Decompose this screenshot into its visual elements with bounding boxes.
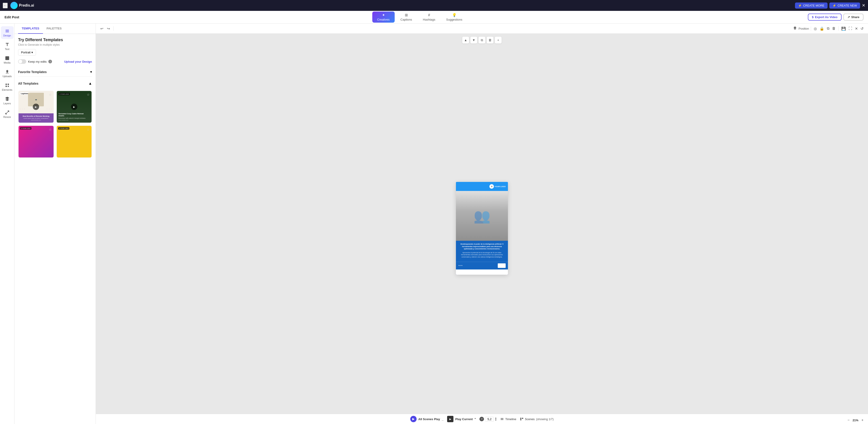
scene-delete-button[interactable]: 🗑 bbox=[487, 36, 494, 44]
lightning-icon: ⚡ bbox=[798, 4, 802, 7]
play-current-icon: ▶ bbox=[447, 416, 454, 422]
sidebar-item-resize[interactable]: Resize bbox=[1, 108, 13, 120]
tab-creatives[interactable]: ✦ Creatives bbox=[372, 11, 395, 23]
tab-captions[interactable]: ⊞ Captions bbox=[396, 11, 417, 23]
favorite-chevron-down-icon: ▾ bbox=[90, 70, 92, 74]
rotate-button[interactable]: ↺ bbox=[860, 26, 864, 32]
sidebar-resize-label: Resize bbox=[3, 116, 11, 118]
panel-tab-palettes[interactable]: PALETTES bbox=[43, 24, 65, 34]
sub-header: Edit Post ✦ Creatives ⊞ Captions # Hasht… bbox=[0, 11, 868, 24]
tab-hashtags[interactable]: # Hashtags bbox=[418, 11, 440, 23]
position-label: Position bbox=[799, 27, 809, 30]
sidebar-item-media[interactable]: Media bbox=[1, 53, 13, 66]
close-top-button[interactable]: ✕ bbox=[862, 2, 865, 8]
zoom-value: 21% bbox=[851, 419, 860, 422]
play-all-label: All Scenes Play bbox=[418, 418, 440, 421]
upload-design-link[interactable]: Upload your Design bbox=[64, 60, 92, 63]
opacity-button[interactable]: ◎ bbox=[813, 26, 818, 32]
scene-up-button[interactable]: ▲ bbox=[462, 36, 469, 44]
scene-top-controls: ▲ ▼ ⧉ 🗑 + bbox=[462, 36, 502, 44]
play-current-label: Play Current bbox=[455, 418, 473, 421]
tc3-logo-badge: ⊙ YOUR LOGO bbox=[20, 127, 31, 130]
favorite-star-1[interactable]: ☆ bbox=[49, 93, 52, 96]
sidebar-elements-label: Elements bbox=[2, 88, 12, 91]
save-button[interactable]: 💾 bbox=[840, 26, 847, 32]
design-card-header: ⊙ YOUR LOGO bbox=[456, 182, 508, 191]
favorite-star-2[interactable]: ☆ bbox=[87, 93, 90, 96]
template-card-3[interactable]: ⊙ YOUR LOGO ☆ bbox=[18, 125, 54, 158]
panel-tab-templates[interactable]: TEMPLATES bbox=[18, 24, 43, 34]
sidebar-icons: Design Text Media Uploads Elements Layer… bbox=[0, 24, 14, 424]
keep-edits-toggle[interactable] bbox=[18, 59, 26, 64]
all-templates-section-header[interactable]: All Templates ▲ bbox=[18, 79, 92, 88]
scene-down-button[interactable]: ▼ bbox=[470, 36, 477, 44]
zoom-out-button[interactable]: − bbox=[847, 418, 849, 422]
timeline-label: Timeline bbox=[505, 418, 516, 421]
design-card-subtext: Aproveche el potencial de la tecnología … bbox=[458, 252, 506, 258]
design-card-headline: Desbloqueando el poder de la inteligenci… bbox=[458, 243, 506, 250]
template-card-1[interactable]: Logobrand 📷 Real Benefits of Remote Work… bbox=[18, 90, 54, 123]
create-new-button[interactable]: ⚡ CREATE NEW bbox=[829, 2, 860, 8]
sidebar-design-label: Design bbox=[3, 34, 11, 37]
scenes-button[interactable]: Scenes (showing 1/7) bbox=[520, 417, 554, 421]
play-all-underscore: _ bbox=[442, 418, 443, 421]
layers-icon-btn[interactable] bbox=[792, 25, 798, 32]
timeline-button[interactable]: Timeline bbox=[500, 417, 516, 421]
play-all-scenes-button[interactable]: ▶ All Scenes Play _ bbox=[410, 416, 443, 422]
favorite-star-3[interactable]: ☆ bbox=[49, 128, 52, 131]
keep-edits-label: Keep my edits bbox=[28, 60, 46, 63]
zoom-in-button[interactable]: + bbox=[862, 418, 864, 422]
scenes-label: Scenes bbox=[525, 418, 535, 421]
fullscreen-button[interactable]: ⛶ bbox=[848, 26, 853, 31]
try-templates-subtitle: Click to Generate in multiple styles bbox=[18, 43, 92, 47]
play-current-button[interactable]: ▶ Play Current " bbox=[447, 416, 476, 422]
tab-suggestions[interactable]: 💡 Suggestions bbox=[441, 11, 467, 23]
handle-bottom-left[interactable] bbox=[456, 274, 456, 275]
sidebar-layers-label: Layers bbox=[3, 102, 11, 105]
favorite-templates-section[interactable]: Favorite Templates ▾ bbox=[18, 67, 92, 77]
close-canvas-button[interactable]: ✕ bbox=[854, 26, 859, 32]
template-card-4[interactable]: ⊙ YOUR LOGO ☆ bbox=[56, 125, 92, 158]
speed-up-button[interactable]: ▲ bbox=[495, 417, 497, 419]
tab-suggestions-label: Suggestions bbox=[446, 18, 463, 21]
speed-input[interactable] bbox=[485, 417, 494, 422]
undo-button[interactable]: ↩ bbox=[99, 26, 104, 32]
handle-bottom-right[interactable] bbox=[507, 274, 508, 275]
sidebar-item-layers[interactable]: Layers bbox=[1, 94, 13, 107]
template-card-2[interactable]: ⊙ YOUR LOGO Secluded Cozy Cabin Retreat … bbox=[56, 90, 92, 123]
tab-creatives-label: Creatives bbox=[377, 18, 390, 21]
lock-button[interactable]: 🔒 bbox=[819, 26, 825, 32]
bottom-bar: ▶ All Scenes Play _ ▶ Play Current " ⏱ ▲… bbox=[96, 414, 868, 424]
panel-content: Try Different Templates Click to Generat… bbox=[14, 34, 96, 424]
export-video-button[interactable]: $ Export As Video bbox=[808, 13, 842, 21]
copy-button[interactable]: ⧉ bbox=[826, 26, 830, 31]
scene-add-button[interactable]: + bbox=[495, 36, 502, 44]
back-button[interactable]: ← bbox=[3, 3, 8, 8]
suggestions-icon: 💡 bbox=[452, 13, 457, 17]
office-photo: 👥 bbox=[456, 191, 508, 241]
speed-control: ⏱ ▲ ▼ bbox=[479, 417, 497, 422]
design-card[interactable]: ⊙ YOUR LOGO 👥 bbox=[456, 182, 508, 275]
scene-duplicate-button[interactable]: ⧉ bbox=[478, 36, 486, 44]
all-templates-chevron-icon: ▲ bbox=[88, 81, 92, 86]
share-button[interactable]: ↗ Share bbox=[843, 13, 864, 21]
canvas-stage[interactable]: ▲ ▼ ⧉ 🗑 + ⊙ YOUR LOGO bbox=[96, 34, 868, 414]
svg-point-1 bbox=[6, 57, 7, 58]
sidebar-item-design[interactable]: Design bbox=[1, 26, 13, 39]
speed-down-button[interactable]: ▼ bbox=[495, 419, 497, 421]
design-card-image: 👥 bbox=[456, 191, 508, 241]
sidebar-media-label: Media bbox=[4, 61, 11, 64]
portrait-dropdown[interactable]: Portrait ▾ bbox=[18, 49, 36, 56]
redo-button[interactable]: ↪ bbox=[106, 26, 111, 32]
sidebar-item-text[interactable]: Text bbox=[1, 40, 13, 53]
delete-button[interactable]: 🗑 bbox=[831, 26, 837, 31]
toolbar-separator-3 bbox=[838, 26, 839, 31]
main-tab-nav: ✦ Creatives ⊞ Captions # Hashtags 💡 Sugg… bbox=[32, 11, 808, 23]
sidebar-item-uploads[interactable]: Uploads bbox=[1, 67, 13, 80]
create-more-button[interactable]: ⚡ CREATE MORE bbox=[795, 2, 828, 8]
share-icon: ↗ bbox=[847, 16, 850, 19]
keep-edits-row: Keep my edits i Upload your Design bbox=[18, 59, 92, 64]
favorite-star-4[interactable]: ☆ bbox=[87, 128, 90, 131]
creatives-icon: ✦ bbox=[382, 13, 385, 17]
sidebar-item-elements[interactable]: Elements bbox=[1, 81, 13, 93]
